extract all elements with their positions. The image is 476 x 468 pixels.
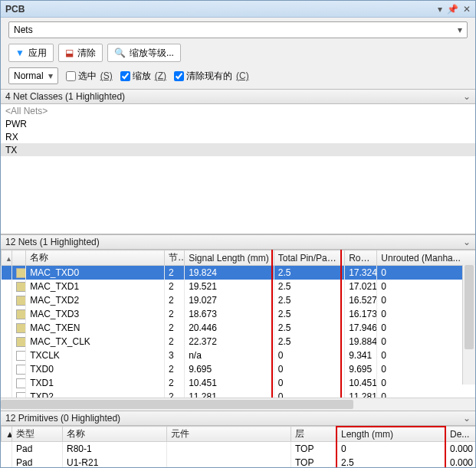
- chevron-down-icon[interactable]: ⌄: [463, 237, 471, 247]
- cell: 0: [274, 362, 344, 376]
- cell: 16.527: [345, 293, 377, 307]
- col-length[interactable]: Length (mm): [337, 427, 446, 442]
- col-type[interactable]: 类型: [12, 427, 63, 442]
- options-row: Normal ▾ 选中 (S) 缩放 (Z) 清除现有的 (C): [1, 66, 475, 89]
- select-checkbox-input[interactable]: [66, 71, 76, 81]
- netclass-row[interactable]: PWR: [1, 117, 475, 130]
- cell: [2, 376, 12, 390]
- nets-row[interactable]: MAC_TXD0219.8242.517.3240: [2, 266, 476, 280]
- primitives-scroll[interactable]: ▲ 类型 名称 元件 层 Length (mm) De... PadR80-1T…: [1, 426, 475, 468]
- nets-row[interactable]: TXD1210.451010.4510: [2, 376, 476, 390]
- cell: [2, 266, 12, 280]
- netclass-row[interactable]: <All Nets>: [1, 104, 475, 117]
- toolbar: ▼ 应用 ⬓ 清除 🔍 缩放等级...: [1, 42, 475, 66]
- chevron-down-icon[interactable]: ⌄: [463, 413, 471, 424]
- col-unrouted[interactable]: Unrouted (Manha...: [377, 250, 475, 266]
- net-color-swatch[interactable]: [16, 282, 26, 292]
- col-name[interactable]: 名称: [63, 427, 167, 442]
- funnel-icon: ▼: [15, 47, 25, 58]
- cell: 0: [377, 335, 475, 349]
- nets-header-text: 12 Nets (1 Highlighted): [5, 237, 100, 247]
- cell: 16.173: [345, 307, 377, 321]
- net-color-swatch[interactable]: [16, 392, 26, 398]
- scrollbar-thumb[interactable]: [1, 400, 353, 409]
- nets-row[interactable]: MAC_TXD1219.5212.517.0210: [2, 280, 476, 293]
- col-totalpin[interactable]: Total Pin/Packa...: [274, 250, 344, 266]
- panel-mode-dropdown[interactable]: Nets ▾: [8, 21, 468, 38]
- net-color-swatch[interactable]: [16, 365, 26, 375]
- col-name[interactable]: 名称: [26, 250, 165, 266]
- net-color-swatch[interactable]: [16, 323, 26, 333]
- cell: 0: [377, 376, 475, 390]
- clear-existing-checkbox-input[interactable]: [174, 71, 184, 81]
- net-color-swatch[interactable]: [16, 268, 26, 278]
- clear-button[interactable]: ⬓ 清除: [58, 44, 103, 62]
- cell: [2, 280, 12, 293]
- net-color-swatch[interactable]: [16, 378, 26, 388]
- netclass-list[interactable]: <All Nets>PWRRXTX: [1, 104, 475, 234]
- display-mode-combo[interactable]: Normal ▾: [8, 67, 58, 84]
- cell: 0.000: [446, 456, 476, 469]
- cell: 2.5: [274, 266, 344, 280]
- panel-mode-value: Nets: [14, 25, 33, 35]
- nets-row[interactable]: TXD2211.281011.2810: [2, 390, 476, 398]
- net-color-swatch[interactable]: [16, 296, 26, 306]
- nets-scroll[interactable]: ▲ 名称 节点数 Signal Length (mm) Total Pin/Pa…: [1, 250, 475, 398]
- col-sort[interactable]: ▲: [2, 427, 12, 442]
- netclass-row[interactable]: TX: [1, 143, 475, 156]
- cell: 2.5: [274, 307, 344, 321]
- cell: Pad: [12, 456, 63, 469]
- cell: [2, 362, 12, 376]
- cell: [2, 321, 12, 335]
- nets-row[interactable]: MAC_TXD2219.0272.516.5270: [2, 293, 476, 307]
- cell: 2: [165, 293, 185, 307]
- col-component[interactable]: 元件: [167, 427, 291, 442]
- nets-section-header[interactable]: 12 Nets (1 Highlighted) ⌄: [1, 234, 475, 250]
- zoom-checkbox-input[interactable]: [120, 71, 130, 81]
- primitive-row[interactable]: PadU1-R21TOP2.50.000: [2, 456, 476, 469]
- net-color-swatch[interactable]: [16, 337, 26, 347]
- dropdown-icon[interactable]: ▾: [438, 4, 442, 15]
- primitives-section-header[interactable]: 12 Primitives (0 Highlighted) ⌄: [1, 411, 475, 426]
- close-icon[interactable]: ✕: [463, 4, 471, 15]
- nets-horizontal-scrollbar[interactable]: [1, 398, 475, 411]
- net-color-swatch[interactable]: [16, 351, 26, 361]
- zoom-grade-label: 缩放等级...: [130, 47, 174, 60]
- nets-row[interactable]: MAC_TXEN220.4462.517.9460: [2, 321, 476, 335]
- col-swatch[interactable]: [12, 250, 26, 266]
- cell: 0: [274, 349, 344, 362]
- select-checkbox[interactable]: 选中 (S): [66, 70, 113, 83]
- nets-vertical-scrollbar[interactable]: [462, 265, 475, 385]
- chevron-down-icon[interactable]: ⌄: [463, 91, 471, 102]
- cell: MAC_TXD1: [26, 280, 165, 293]
- col-sort[interactable]: ▲: [2, 250, 12, 266]
- netclass-row[interactable]: RX: [1, 130, 475, 143]
- nets-row[interactable]: TXD029.69509.6950: [2, 362, 476, 376]
- netclass-section-header[interactable]: 4 Net Classes (1 Highlighted) ⌄: [1, 89, 475, 104]
- col-siglen[interactable]: Signal Length (mm): [185, 250, 274, 266]
- cell: 0.000: [446, 442, 476, 456]
- nets-row[interactable]: MAC_TX_CLK222.3722.519.8840: [2, 335, 476, 349]
- col-de[interactable]: De...: [446, 427, 476, 442]
- zoom-checkbox[interactable]: 缩放 (Z): [120, 70, 166, 83]
- clear-label: 清除: [77, 47, 96, 60]
- col-layer[interactable]: 层: [291, 427, 337, 442]
- nets-row[interactable]: TXCLK3n/a09.3410: [2, 349, 476, 362]
- zoom-grade-button[interactable]: 🔍 缩放等级...: [107, 44, 181, 62]
- primitive-row[interactable]: PadR80-1TOP00.000: [2, 442, 476, 456]
- window-controls: ▾ 📌 ✕: [438, 4, 471, 15]
- cell: 18.673: [185, 307, 274, 321]
- cell: [12, 362, 26, 376]
- scrollbar-thumb[interactable]: [465, 265, 474, 349]
- nets-row[interactable]: MAC_TXD3218.6732.516.1730: [2, 307, 476, 321]
- col-rout[interactable]: Rout...: [345, 250, 377, 266]
- net-color-swatch[interactable]: [16, 309, 26, 319]
- clear-existing-hotkey: (C): [236, 70, 249, 81]
- cell: [2, 307, 12, 321]
- pin-icon[interactable]: 📌: [447, 4, 458, 15]
- display-mode-value: Normal: [14, 70, 44, 81]
- col-nodes[interactable]: 节点数: [165, 250, 185, 266]
- apply-button[interactable]: ▼ 应用: [8, 44, 54, 62]
- cell: 2: [165, 321, 185, 335]
- clear-existing-checkbox[interactable]: 清除现有的 (C): [174, 70, 249, 83]
